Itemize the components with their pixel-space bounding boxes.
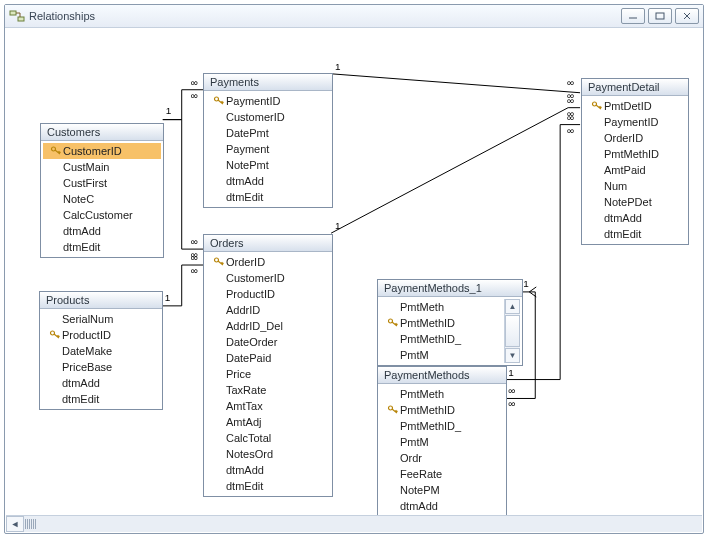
field-row[interactable]: PmtMethID: [380, 315, 504, 331]
field-row[interactable]: CalcCustomer: [43, 207, 161, 223]
field-name: NotesOrd: [226, 448, 273, 460]
field-name: dtmAdd: [226, 175, 264, 187]
field-row[interactable]: PmtDetID: [584, 98, 686, 114]
scroll-track[interactable]: [24, 517, 53, 531]
field-row[interactable]: NotesOrd: [206, 446, 330, 462]
field-row[interactable]: PriceBase: [42, 359, 160, 375]
field-name: AmtAdj: [226, 416, 261, 428]
diagram-canvas[interactable]: 1∞∞ ∞∞ 1∞∞ 1∞∞ 1∞∞ 1 ∞∞ 1∞∞ CustomersCus…: [6, 28, 702, 516]
field-row[interactable]: NotePDet: [584, 194, 686, 210]
field-row[interactable]: PmtMethID: [584, 146, 686, 162]
table-customers[interactable]: CustomersCustomerIDCustMainCustFirstNote…: [40, 123, 164, 258]
field-row[interactable]: OrderID: [206, 254, 330, 270]
svg-text:∞: ∞: [191, 252, 198, 263]
field-row[interactable]: PmtM: [380, 347, 504, 363]
vertical-scrollbar[interactable]: ▲▼: [504, 299, 520, 363]
field-name: DatePaid: [226, 352, 271, 364]
field-row[interactable]: dtmEdit: [42, 391, 160, 407]
scroll-up-button[interactable]: ▲: [505, 299, 520, 314]
field-row[interactable]: dtmEdit: [206, 189, 330, 205]
field-row[interactable]: AddrID: [206, 302, 330, 318]
field-row[interactable]: PmtMethID_: [380, 331, 504, 347]
svg-text:1: 1: [335, 61, 341, 72]
field-row[interactable]: SerialNum: [42, 311, 160, 327]
field-row[interactable]: dtmEdit: [206, 478, 330, 494]
field-row[interactable]: NotePM: [380, 482, 504, 498]
table-paymentMethods1[interactable]: PaymentMethods_1PmtMethPmtMethIDPmtMethI…: [377, 279, 523, 366]
svg-rect-1: [18, 17, 24, 21]
field-row[interactable]: dtmAdd: [42, 375, 160, 391]
field-name: CustFirst: [63, 177, 107, 189]
field-row[interactable]: DatePaid: [206, 350, 330, 366]
field-row[interactable]: TaxRate: [206, 382, 330, 398]
field-name: CalcTotal: [226, 432, 271, 444]
table-title[interactable]: Orders: [204, 235, 332, 252]
table-paymentDetail[interactable]: PaymentDetailPmtDetIDPaymentIDOrderIDPmt…: [581, 78, 689, 245]
minimize-button[interactable]: [621, 8, 645, 24]
field-row[interactable]: PaymentID: [584, 114, 686, 130]
field-name: ProductID: [62, 329, 111, 341]
field-row[interactable]: PmtMethID_: [380, 418, 504, 434]
field-row[interactable]: PaymentID: [206, 93, 330, 109]
table-title[interactable]: Payments: [204, 74, 332, 91]
field-row[interactable]: DatePmt: [206, 125, 330, 141]
field-row[interactable]: ProductID: [206, 286, 330, 302]
field-row[interactable]: Num: [584, 178, 686, 194]
field-row[interactable]: CustomerID: [43, 143, 161, 159]
field-row[interactable]: AddrID_Del: [206, 318, 330, 334]
horizontal-scrollbar[interactable]: ◄: [6, 515, 702, 532]
field-name: Num: [604, 180, 627, 192]
scroll-down-button[interactable]: ▼: [505, 348, 520, 363]
field-row[interactable]: PmtM: [380, 434, 504, 450]
field-row[interactable]: CustomerID: [206, 270, 330, 286]
field-name: NotePmt: [226, 159, 269, 171]
field-row[interactable]: ProductID: [42, 327, 160, 343]
field-row[interactable]: NotePmt: [206, 157, 330, 173]
field-row[interactable]: PmtMethID: [380, 402, 504, 418]
table-title[interactable]: Products: [40, 292, 162, 309]
field-row[interactable]: CalcTotal: [206, 430, 330, 446]
field-row[interactable]: Payment: [206, 141, 330, 157]
field-row[interactable]: Price: [206, 366, 330, 382]
key-icon: [386, 317, 400, 329]
close-button[interactable]: [675, 8, 699, 24]
field-row[interactable]: Ordr: [380, 450, 504, 466]
field-row[interactable]: CustomerID: [206, 109, 330, 125]
field-row[interactable]: dtmAdd: [43, 223, 161, 239]
field-row[interactable]: PmtMeth: [380, 299, 504, 315]
field-row[interactable]: AmtAdj: [206, 414, 330, 430]
field-name: Payment: [226, 143, 269, 155]
field-name: ProductID: [226, 288, 275, 300]
table-orders[interactable]: OrdersOrderIDCustomerIDProductIDAddrIDAd…: [203, 234, 333, 497]
field-row[interactable]: CustMain: [43, 159, 161, 175]
field-row[interactable]: NoteC: [43, 191, 161, 207]
field-row[interactable]: dtmAdd: [380, 498, 504, 514]
field-row[interactable]: AmtPaid: [584, 162, 686, 178]
titlebar[interactable]: Relationships: [5, 5, 703, 28]
field-row[interactable]: AmtTax: [206, 398, 330, 414]
field-row[interactable]: dtmEdit: [43, 239, 161, 255]
field-row[interactable]: dtmAdd: [584, 210, 686, 226]
key-icon: [212, 95, 226, 107]
table-title[interactable]: Customers: [41, 124, 163, 141]
maximize-button[interactable]: [648, 8, 672, 24]
field-row[interactable]: OrderID: [584, 130, 686, 146]
field-row[interactable]: DateMake: [42, 343, 160, 359]
table-title[interactable]: PaymentMethods_1: [378, 280, 522, 297]
field-row[interactable]: FeeRate: [380, 466, 504, 482]
table-payments[interactable]: PaymentsPaymentIDCustomerIDDatePmtPaymen…: [203, 73, 333, 208]
table-products[interactable]: ProductsSerialNumProductIDDateMakePriceB…: [39, 291, 163, 410]
table-paymentMethods[interactable]: PaymentMethodsPmtMethPmtMethIDPmtMethID_…: [377, 366, 507, 516]
field-row[interactable]: dtmAdd: [206, 462, 330, 478]
field-row[interactable]: dtmAdd: [206, 173, 330, 189]
scroll-thumb[interactable]: [505, 315, 520, 347]
table-title[interactable]: PaymentMethods: [378, 367, 506, 384]
field-row[interactable]: PmtMeth: [380, 386, 504, 402]
field-row[interactable]: CustFirst: [43, 175, 161, 191]
field-row[interactable]: dtmEdit: [584, 226, 686, 242]
table-title[interactable]: PaymentDetail: [582, 79, 688, 96]
field-name: dtmEdit: [63, 241, 100, 253]
field-name: dtmEdit: [62, 393, 99, 405]
scroll-left-button[interactable]: ◄: [6, 516, 24, 532]
field-row[interactable]: DateOrder: [206, 334, 330, 350]
